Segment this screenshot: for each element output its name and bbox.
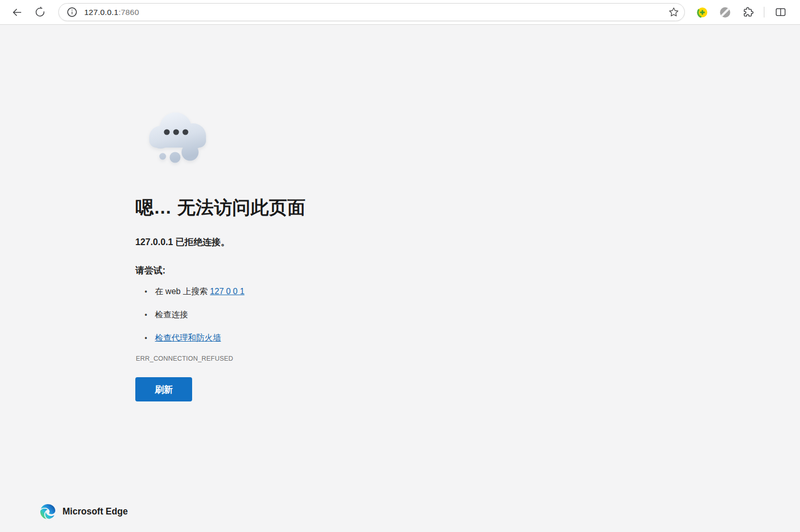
extension-gray-icon (719, 7, 731, 18)
toolbar-divider (764, 7, 764, 18)
extension-green-plus-icon (697, 7, 708, 18)
error-title: 嗯… 无法访问此页面 (135, 196, 306, 220)
favorite-star-icon[interactable] (668, 7, 679, 18)
address-bar[interactable]: 127.0.0.1:7860 (58, 3, 685, 21)
edge-logo-icon (40, 504, 55, 519)
check-proxy-firewall-link[interactable]: 检查代理和防火墙 (155, 333, 221, 344)
extension-gray-button[interactable] (714, 2, 736, 23)
error-page: 嗯… 无法访问此页面 127.0.0.1 已拒绝连接。 请尝试: 在 web 上… (0, 25, 800, 532)
extensions-button[interactable] (736, 2, 759, 23)
browser-window: 127.0.0.1:7860 (0, 0, 800, 25)
list-item-check-connection: 检查连接 (135, 310, 244, 320)
list-item-search-web: 在 web 上搜索 127 0 0 1 (135, 286, 244, 297)
split-screen-button[interactable] (769, 2, 792, 23)
brand-text: Microsoft Edge (62, 506, 128, 517)
url-text[interactable]: 127.0.0.1:7860 (84, 8, 668, 17)
error-code: ERR_CONNECTION_REFUSED (136, 355, 233, 362)
browser-brand: Microsoft Edge (40, 504, 128, 519)
extensions-puzzle-icon (742, 6, 754, 18)
cloud-illustration (144, 109, 212, 171)
split-screen-icon (775, 6, 787, 18)
extension-green-button[interactable] (691, 2, 714, 23)
site-info-icon[interactable] (67, 7, 77, 18)
error-subtitle: 127.0.0.1 已拒绝连接。 (135, 236, 230, 248)
suggestions-heading: 请尝试: (135, 264, 165, 277)
browser-toolbar: 127.0.0.1:7860 (0, 0, 800, 25)
list-item-check-proxy: 检查代理和防火墙 (135, 333, 244, 344)
url-host: 127.0.0.1 (84, 8, 118, 17)
refresh-page-button[interactable]: 刷新 (135, 377, 192, 401)
url-port: :7860 (118, 8, 139, 17)
back-button[interactable] (6, 2, 28, 23)
suggestions-list: 在 web 上搜索 127 0 0 1 检查连接 检查代理和防火墙 (135, 286, 244, 356)
refresh-button-toolbar[interactable] (28, 2, 51, 23)
search-web-text: 在 web 上搜索 (155, 287, 210, 296)
refresh-icon (34, 6, 46, 18)
check-connection-text: 检查连接 (155, 310, 188, 320)
back-arrow-icon (11, 6, 23, 19)
search-web-link[interactable]: 127 0 0 1 (210, 287, 245, 296)
